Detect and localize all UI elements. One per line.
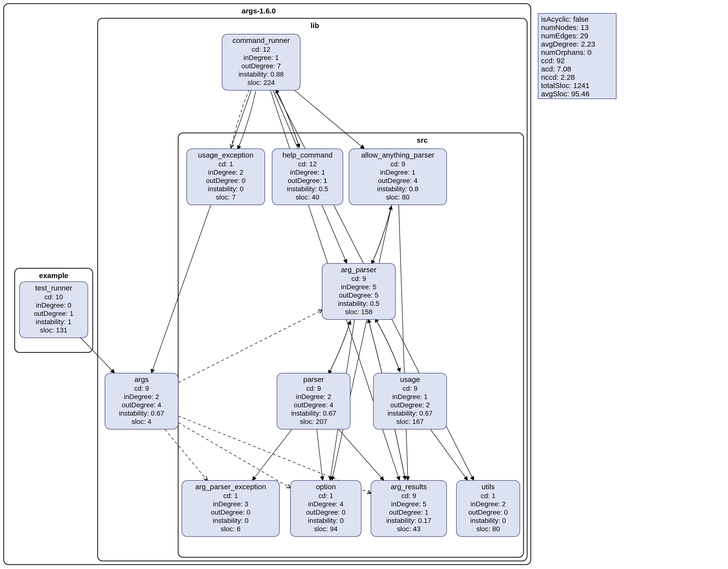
stat-totalSloc: totalSloc: 1241 [541, 82, 589, 90]
edge-usage-to-arg_parser [375, 318, 400, 372]
node-title: parser [303, 375, 324, 383]
edge-parser-to-arg_parser [328, 320, 350, 374]
node-metric-inDegree: inDegree: 0 [36, 301, 72, 309]
node-metric-sloc: sloc: 40 [296, 194, 319, 201]
node-metric-sloc: sloc: 224 [247, 79, 275, 86]
stat-numNodes: numNodes: 13 [541, 23, 589, 31]
node-metric-sloc: sloc: 131 [40, 326, 67, 334]
node-metric-sloc: sloc: 4 [132, 418, 152, 425]
node-metric-instability: instability: 0.67 [387, 409, 432, 417]
node-metric-inDegree: inDegree: 5 [341, 283, 377, 291]
node-args[interactable]: argscd: 9inDegree: 2outDegree: 4instabil… [105, 373, 178, 429]
edge-arg_parser-to-allow_anything_parser [371, 206, 391, 265]
node-metric-outDegree: outDegree: 7 [241, 62, 281, 70]
stat-numOrphans: numOrphans: 0 [541, 48, 592, 56]
svg-rect-2 [98, 18, 527, 561]
stat-nccd: nccd: 2.28 [541, 73, 575, 81]
node-title: utils [482, 483, 494, 491]
svg-text:src: src [417, 136, 428, 144]
node-metric-sloc: sloc: 80 [386, 194, 410, 201]
dependency-diagram: args-1.6.0libsrcexample test_runnercd: 1… [0, 0, 728, 569]
node-metric-instability: instability: 0 [308, 517, 344, 524]
stat-ccd: ccd: 92 [541, 57, 565, 65]
stat-isAcyclic: isAcyclic: false [541, 15, 589, 23]
svg-text:lib: lib [311, 21, 319, 30]
node-metric-sloc: sloc: 6 [221, 525, 241, 533]
node-metric-inDegree: inDegree: 1 [392, 393, 428, 400]
svg-text:args-1.6.0: args-1.6.0 [242, 7, 276, 15]
node-metric-cd: cd: 9 [390, 160, 405, 168]
node-metric-inDegree: inDegree: 1 [290, 169, 325, 176]
node-title: help_command [282, 151, 332, 159]
node-metric-instability: instability: 0 [213, 517, 248, 524]
cluster-lib: lib [98, 18, 527, 561]
node-metric-sloc: sloc: 167 [396, 418, 424, 425]
node-metric-outDegree: outDegree: 4 [294, 401, 333, 409]
graph-stats: isAcyclic: falsenumNodes: 13numEdges: 29… [538, 13, 616, 99]
node-metric-cd: cd: 9 [134, 385, 149, 392]
node-metric-sloc: sloc: 43 [397, 525, 421, 533]
edge-arg_parser-to-parser [328, 320, 350, 374]
node-metric-instability: instability: 1 [36, 318, 72, 325]
edge-allow_anything_parser-to-arg_results [399, 205, 408, 480]
node-arg_results[interactable]: arg_resultscd: 9inDegree: 5outDegree: 1i… [371, 480, 447, 537]
node-title: command_runner [232, 36, 290, 44]
edge-args-to-arg_parser_exception [165, 429, 207, 480]
svg-text:example: example [39, 272, 68, 280]
node-metric-inDegree: inDegree: 4 [308, 500, 344, 508]
node-metric-instability: instability: 0.5 [287, 185, 328, 193]
node-metric-cd: cd: 12 [298, 160, 317, 168]
edge-args-to-arg_parser [178, 310, 322, 383]
node-metric-cd: cd: 12 [252, 46, 270, 53]
node-metric-instability: instability: 0.67 [291, 409, 336, 417]
node-metric-inDegree: inDegree: 5 [391, 500, 427, 508]
node-usage[interactable]: usagecd: 9inDegree: 1outDegree: 2instabi… [373, 373, 447, 429]
node-metric-outDegree: outDegree: 0 [468, 508, 508, 516]
node-title: usage [400, 375, 420, 383]
node-metric-cd: cd: 1 [223, 492, 238, 499]
node-metric-cd: cd: 1 [481, 492, 496, 499]
node-title: arg_results [391, 483, 427, 491]
edge-allow_anything_parser-to-option [332, 205, 392, 480]
node-arg_parser[interactable]: arg_parsercd: 9inDegree: 5outDegree: 5in… [322, 264, 395, 319]
stat-acd: acd: 7.08 [541, 65, 571, 73]
edge-command_runner-to-usage_exception [238, 91, 256, 150]
node-metric-instability: instability: 0.88 [238, 71, 284, 78]
stat-avgSloc: avgSloc: 95.46 [541, 90, 589, 98]
node-metric-sloc: sloc: 80 [476, 525, 500, 533]
node-metric-sloc: sloc: 158 [345, 308, 372, 315]
node-title: test_runner [35, 284, 72, 292]
edge-args-to-option [178, 422, 290, 488]
node-metric-cd: cd: 9 [403, 385, 418, 392]
stat-avgDegree: avgDegree: 2.23 [541, 40, 595, 48]
node-option[interactable]: optioncd: 1inDegree: 4outDegree: 0instab… [290, 480, 361, 537]
node-title: option [316, 483, 336, 491]
node-metric-sloc: sloc: 7 [216, 194, 236, 201]
edge-parser-to-arg_results [338, 429, 384, 480]
node-metric-instability: instability: 0.17 [386, 517, 431, 524]
node-metric-outDegree: outDegree: 1 [288, 177, 327, 184]
edge-parser-to-arg_parser_exception [252, 429, 292, 480]
edge-allow_anything_parser-to-arg_parser [371, 206, 391, 265]
node-metric-inDegree: inDegree: 1 [244, 54, 279, 61]
node-metric-cd: cd: 9 [401, 492, 416, 499]
node-metric-inDegree: inDegree: 2 [471, 500, 506, 508]
node-metric-outDegree: outDegree: 0 [211, 508, 250, 516]
node-arg_parser_exception[interactable]: arg_parser_exceptioncd: 1inDegree: 3outD… [182, 480, 279, 537]
node-utils[interactable]: utilscd: 1inDegree: 2outDegree: 0instabi… [456, 480, 520, 537]
node-metric-outDegree: outDegree: 1 [34, 310, 73, 317]
node-metric-outDegree: outDegree: 0 [206, 177, 246, 184]
edge-usage-to-utils [431, 429, 468, 480]
node-help_command[interactable]: help_commandcd: 12inDegree: 1outDegree: … [272, 149, 343, 205]
node-metric-sloc: sloc: 94 [314, 525, 338, 533]
node-usage_exception[interactable]: usage_exceptioncd: 1inDegree: 2outDegree… [187, 149, 265, 205]
node-command_runner[interactable]: command_runnercd: 12inDegree: 1outDegree… [222, 34, 300, 90]
node-metric-instability: instability: 0 [208, 185, 244, 193]
node-allow_anything_parser[interactable]: allow_anything_parsercd: 9inDegree: 1out… [349, 149, 447, 205]
node-test_runner[interactable]: test_runnercd: 10inDegree: 0outDegree: 1… [20, 282, 88, 338]
node-metric-cd: cd: 1 [318, 492, 333, 499]
node-metric-outDegree: outDegree: 4 [122, 401, 161, 409]
node-parser[interactable]: parsercd: 9inDegree: 2outDegree: 4instab… [277, 373, 350, 429]
node-metric-inDegree: inDegree: 2 [124, 393, 159, 400]
node-metric-cd: cd: 9 [351, 275, 366, 283]
